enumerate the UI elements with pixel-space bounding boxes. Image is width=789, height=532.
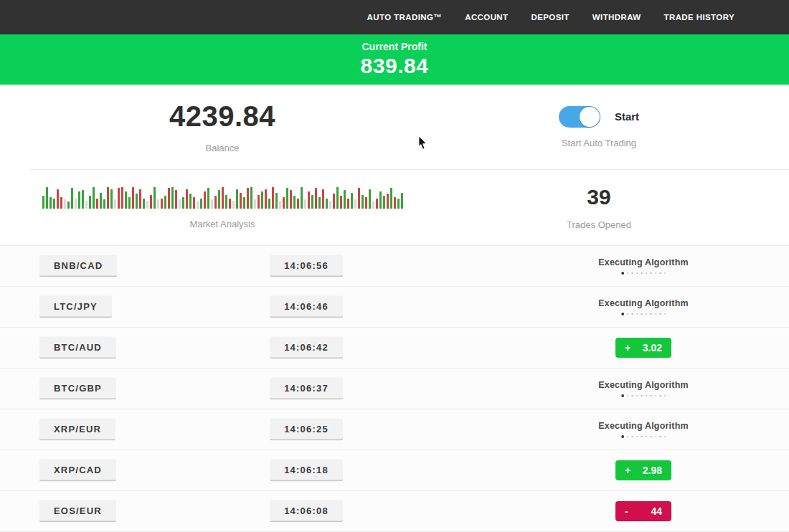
progress-dot	[621, 435, 624, 438]
progress-dot	[641, 313, 643, 315]
chart-bar	[379, 191, 382, 209]
current-profit-label: Current Profit	[362, 41, 427, 52]
progress-dot	[627, 272, 629, 275]
chart-bar	[143, 199, 145, 209]
progress-dots	[621, 435, 666, 438]
progress-dot	[636, 395, 638, 397]
chart-bar	[93, 187, 95, 209]
chart-bar	[383, 196, 385, 209]
chart-bar	[42, 196, 44, 209]
executing-algorithm-label: Executing Algorithm	[598, 380, 689, 390]
chart-bar	[182, 197, 184, 209]
nav-item-trade-history[interactable]: TRADE HISTORY	[661, 9, 738, 26]
chart-bar	[64, 199, 66, 209]
progress-dot	[631, 395, 633, 397]
chart-bar	[114, 199, 116, 209]
progress-dots	[621, 394, 666, 397]
progress-dot	[655, 395, 657, 397]
executing-algorithm-label: Executing Algorithm	[598, 257, 689, 267]
profit-badge: +2.98	[615, 460, 671, 480]
chart-bar	[96, 199, 98, 209]
chart-bar	[89, 196, 91, 209]
progress-dot	[655, 436, 657, 438]
trade-result: Executing Algorithm	[598, 298, 689, 315]
nav-item-account[interactable]: ACCOUNT	[462, 9, 511, 26]
chart-bar	[243, 197, 245, 209]
progress-dot	[627, 395, 629, 397]
chart-bar	[57, 189, 59, 209]
profit-badge: +3.02	[615, 338, 671, 358]
chart-bar	[354, 199, 356, 209]
chart-bar	[318, 197, 321, 209]
nav-item-deposit[interactable]: DEPOSIT	[529, 9, 572, 26]
chart-bar	[326, 199, 328, 209]
pair-badge: LTC/JPY	[39, 296, 112, 318]
chart-bar	[365, 197, 367, 209]
trade-row: XRP/CAD14:06:18+2.98	[0, 450, 789, 491]
chart-bar	[240, 193, 242, 209]
trade-result: +3.02	[615, 338, 671, 358]
chart-bar	[272, 187, 274, 209]
chart-bar	[362, 195, 364, 209]
chart-bar	[311, 195, 313, 209]
chart-bar	[186, 189, 188, 209]
progress-dot	[659, 313, 661, 315]
chart-bar	[125, 191, 127, 209]
trade-time-badge: 14:06:08	[270, 500, 343, 523]
chart-bar	[322, 189, 324, 209]
chart-bar	[222, 187, 224, 209]
chart-bar	[60, 197, 62, 209]
progress-dot	[621, 394, 624, 397]
progress-dot	[646, 313, 648, 315]
chart-bar	[197, 201, 199, 209]
trade-list: BNB/CAD14:06:56Executing AlgorithmLTC/JP…	[0, 245, 789, 532]
chart-bar	[347, 199, 349, 209]
chart-bar	[265, 189, 267, 209]
chart-bar	[214, 196, 217, 209]
progress-dot	[631, 272, 633, 275]
result-amount: 44	[651, 505, 662, 517]
result-amount: 3.02	[643, 342, 662, 353]
chart-bar	[229, 199, 231, 209]
progress-dot	[655, 272, 657, 275]
result-amount: 2.98	[643, 465, 662, 476]
pair-badge: BTC/AUD	[39, 337, 116, 359]
progress-dot	[641, 395, 643, 397]
chart-bar	[150, 195, 152, 209]
chart-bar	[268, 199, 270, 209]
progress-dot	[659, 395, 661, 397]
auto-trading-toggle[interactable]	[559, 106, 600, 128]
chart-bar	[250, 187, 252, 209]
chart-bar	[153, 187, 156, 209]
chart-bar	[304, 199, 306, 209]
chart-bar	[132, 187, 134, 209]
result-sign: +	[625, 342, 630, 353]
chart-bar	[75, 199, 77, 209]
chart-bar	[71, 188, 73, 209]
current-profit-value: 839.84	[361, 54, 429, 78]
loss-badge: -44	[615, 501, 671, 521]
chart-bar	[128, 197, 131, 209]
chart-bar	[344, 190, 346, 209]
top-nav-bar: AUTO TRADING™ACCOUNTDEPOSITWITHDRAWTRADE…	[0, 0, 789, 34]
toggle-knob	[580, 107, 600, 127]
balance-value: 4239.84	[169, 100, 275, 133]
nav-item-withdraw[interactable]: WITHDRAW	[590, 9, 644, 26]
market-analysis-label: Market Analysis	[189, 219, 255, 229]
chart-bar	[146, 201, 148, 209]
pair-badge: XRP/EUR	[39, 419, 115, 441]
trade-result: Executing Algorithm	[598, 380, 689, 397]
pair-badge: XRP/CAD	[39, 460, 116, 482]
chart-bar	[351, 193, 353, 209]
chart-bar	[279, 201, 281, 209]
nav-item-auto-trading[interactable]: AUTO TRADING™	[364, 9, 445, 26]
progress-dot	[636, 313, 638, 315]
pair-badge: BNB/CAD	[39, 255, 117, 277]
chart-bar	[46, 187, 48, 209]
trade-time-badge: 14:06:46	[270, 296, 343, 318]
progress-dot	[664, 436, 666, 438]
chart-bar	[329, 201, 331, 209]
chart-bar	[297, 199, 299, 209]
chart-bar	[85, 201, 88, 209]
chart-bar	[168, 188, 170, 209]
